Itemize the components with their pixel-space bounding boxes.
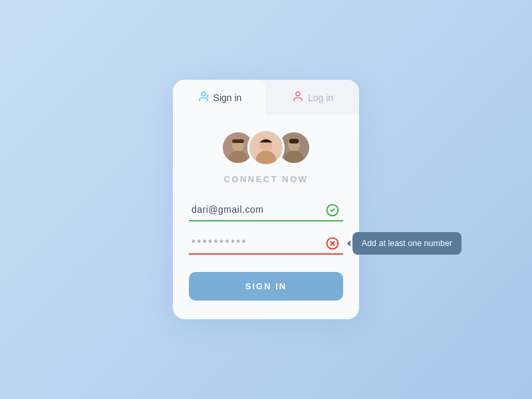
connect-title: CONNECT NOW [189, 174, 343, 184]
tab-login-label: Log in [308, 92, 333, 103]
email-group [189, 199, 343, 221]
email-input[interactable] [189, 199, 343, 221]
signin-icon [198, 90, 209, 105]
password-tooltip: Add at least one number [352, 232, 462, 255]
signin-button[interactable]: SIGN IN [189, 272, 343, 301]
password-input[interactable] [189, 232, 343, 255]
svg-rect-14 [289, 139, 299, 144]
auth-card: Sign in Log in [173, 80, 359, 319]
email-valid-icon [326, 203, 339, 217]
password-group: Add at least one number [189, 232, 343, 255]
avatars-group [189, 130, 343, 165]
password-error-icon [326, 237, 339, 250]
tab-bar: Sign in Log in [173, 80, 359, 114]
svg-rect-7 [232, 140, 244, 143]
tab-signin-label: Sign in [213, 92, 242, 103]
avatar-2 [247, 129, 285, 166]
svg-point-0 [201, 92, 205, 96]
login-icon [292, 90, 304, 105]
tab-signin[interactable]: Sign in [173, 80, 266, 114]
card-body: CONNECT NOW Add at least one numbe [173, 114, 359, 319]
svg-point-3 [296, 92, 300, 96]
tab-login[interactable]: Log in [266, 80, 359, 114]
